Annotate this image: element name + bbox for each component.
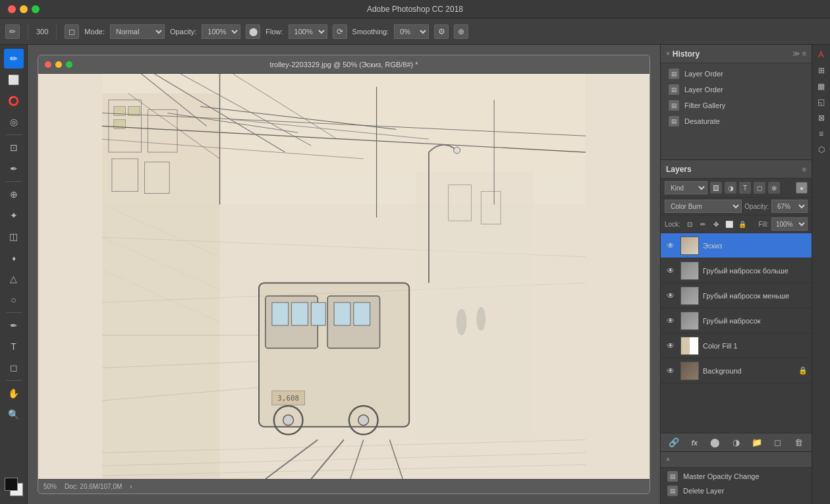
opacity-select[interactable]: 100% 75% 50% [202,24,240,39]
eraser-button[interactable]: ◫ [4,227,24,246]
history-item-2[interactable]: ▤ Layer Order [661,82,812,98]
crop-tool-button[interactable]: ⊡ [4,138,24,157]
selection-tool-button[interactable]: ⬜ [4,70,24,90]
layer-filter-type-icon[interactable]: T [739,182,751,194]
layer-filter-adjust-icon[interactable]: ◑ [725,182,736,194]
dodge-tool-button[interactable]: ○ [4,290,24,310]
tool-separator-2 [6,181,22,182]
canvas-close-btn[interactable] [45,61,51,68]
text-tool-button[interactable]: T [4,337,24,356]
layer-item-colorfill[interactable]: 👁 Color Fill 1 [661,333,812,358]
history-item-icon-1: ▤ [669,69,679,79]
layer-eye-background[interactable]: 👁 [665,365,677,377]
color-picker-btn[interactable]: A [814,47,829,62]
lock-artboard-icon[interactable]: ⬜ [724,219,734,229]
lock-label: Lock: [665,221,680,228]
opacity-select[interactable]: 67% 100% 50% [771,200,808,213]
healing-brush-button[interactable]: ⊕ [4,184,24,204]
swatches-btn[interactable]: ▦ [814,79,829,94]
lock-all-icon[interactable]: 🔒 [737,219,748,229]
layer-eye-rough[interactable]: 👁 [665,315,677,327]
history-item-3[interactable]: ▤ Filter Gallery [661,98,812,113]
canvas-min-btn[interactable] [55,61,62,68]
far-right-toolbar: A ⊞ ▦ ◱ ⊠ ≡ ⬡ [812,45,830,504]
bottom-history-item-1[interactable]: ▤ Master Opacity Change [661,469,812,484]
brush-preset-icon[interactable]: ◻ [65,24,79,39]
layer-item-rough-small[interactable]: 👁 Грубый набросок меньше [661,283,812,308]
layer-eye-colorfill[interactable]: 👁 [665,340,677,352]
layer-eye-rough-small[interactable]: 👁 [665,290,677,302]
layers-expand-btn[interactable]: ≡ [802,165,806,173]
pen-tool-button[interactable]: ✒ [4,316,24,335]
lock-paint-icon[interactable]: ✏ [698,219,708,229]
clone-stamp-button[interactable]: ✦ [4,206,24,225]
hand-tool-button[interactable]: ✋ [4,383,24,403]
history-item-icon-3: ▤ [669,100,679,111]
layer-eye-eskiz[interactable]: 👁 [665,240,677,252]
add-mask-button[interactable]: ⬤ [708,435,723,450]
brush-tool-icon[interactable]: ✏ [5,24,20,39]
new-fill-layer-button[interactable]: ◑ [729,435,743,450]
quick-select-button[interactable]: ◎ [4,112,24,132]
lock-move-icon[interactable]: ✥ [711,219,721,229]
smoothing-select[interactable]: 0% 10% 25% [394,24,429,39]
background-lock-icon: 🔒 [798,366,808,375]
symmetry-icon[interactable]: ⊕ [454,24,468,39]
tool-separator-3 [6,312,22,313]
svg-point-44 [456,309,467,335]
paths-btn[interactable]: ⬡ [814,142,829,157]
link-layers-button[interactable]: 🔗 [667,435,681,450]
mode-select[interactable]: Normal Dissolve Color Burn Multiply [110,24,165,39]
canvas-area: trolley-2203329.jpg @ 50% (Эскиз, RGB/8#… [28,45,660,504]
layer-filter-shape-icon[interactable]: ◻ [754,182,765,194]
patterns-btn[interactable]: ⊠ [814,111,829,125]
canvas-max-btn[interactable] [66,61,72,68]
add-layer-style-button[interactable]: fx [687,435,702,450]
close-button[interactable] [8,5,16,13]
paint-bucket-button[interactable]: ⬧ [4,248,24,267]
brush-size-display: 300 [36,28,48,36]
layer-item-rough[interactable]: 👁 Грубый набросок [661,308,812,333]
bottom-history-item-2[interactable]: ▤ Delete Layer [661,484,812,498]
flow-select[interactable]: 100% 75% 50% [289,24,327,39]
brush-tool-button[interactable]: ✏ [4,49,24,69]
layer-filter-toggle[interactable]: ● [796,182,808,194]
layer-item-rough-big[interactable]: 👁 Грубый набросок больше [661,258,812,283]
blend-mode-select[interactable]: Color Burn Normal Multiply Screen [665,200,742,213]
delete-layer-button[interactable]: 🗑 [791,435,806,450]
layer-item-eskiz[interactable]: 👁 Эскиз [661,233,812,258]
canvas-title: trolley-2203329.jpg @ 50% (Эскиз, RGB/8#… [269,61,418,69]
smoothing-toggle-icon[interactable]: ⟳ [333,24,347,39]
channels-btn[interactable]: ≡ [814,126,829,141]
history-item-1[interactable]: ▤ Layer Order [661,66,812,82]
layers-filter-select[interactable]: Kind Name Effect [665,181,707,194]
maximize-button[interactable] [32,5,40,13]
layer-item-background[interactable]: 👁 Background 🔒 [661,358,812,383]
lock-icons: ⊡ ✏ ✥ ⬜ 🔒 [684,219,748,229]
layer-eye-rough-big[interactable]: 👁 [665,265,677,277]
layers-bottom-toolbar: 🔗 fx ⬤ ◑ 📁 ◻ 🗑 [661,433,812,451]
properties-btn[interactable]: ⊞ [814,63,829,78]
lasso-tool-button[interactable]: ⭕ [4,91,24,111]
canvas-content[interactable]: 3,608 [38,74,650,479]
airbrush-icon[interactable]: ⬤ [246,24,260,39]
new-layer-button[interactable]: ◻ [771,435,785,450]
minimize-button[interactable] [20,5,28,13]
layer-filter-image-icon[interactable]: 🖼 [710,182,722,194]
settings-icon[interactable]: ⚙ [434,24,449,39]
eyedropper-button[interactable]: ✒ [4,159,24,179]
history-item-4[interactable]: ▤ Desaturate [661,113,812,129]
foreground-color-swatch[interactable] [5,478,18,491]
history-expand-btn[interactable]: ≫ ≡ [792,49,806,58]
zoom-tool-button[interactable]: 🔍 [4,405,24,424]
lock-transparent-icon[interactable]: ⊡ [684,219,695,229]
layer-filter-smart-icon[interactable]: ⊕ [768,182,780,194]
new-group-button[interactable]: 📁 [750,435,764,450]
opacity-label: Opacity: [170,28,196,36]
shape-tool-button[interactable]: ◻ [4,358,24,378]
blur-tool-button[interactable]: △ [4,269,24,289]
window-controls [8,5,40,13]
gradients-btn[interactable]: ◱ [814,95,829,109]
fill-select[interactable]: 100% 75% 50% [771,217,808,231]
svg-rect-16 [334,302,350,325]
